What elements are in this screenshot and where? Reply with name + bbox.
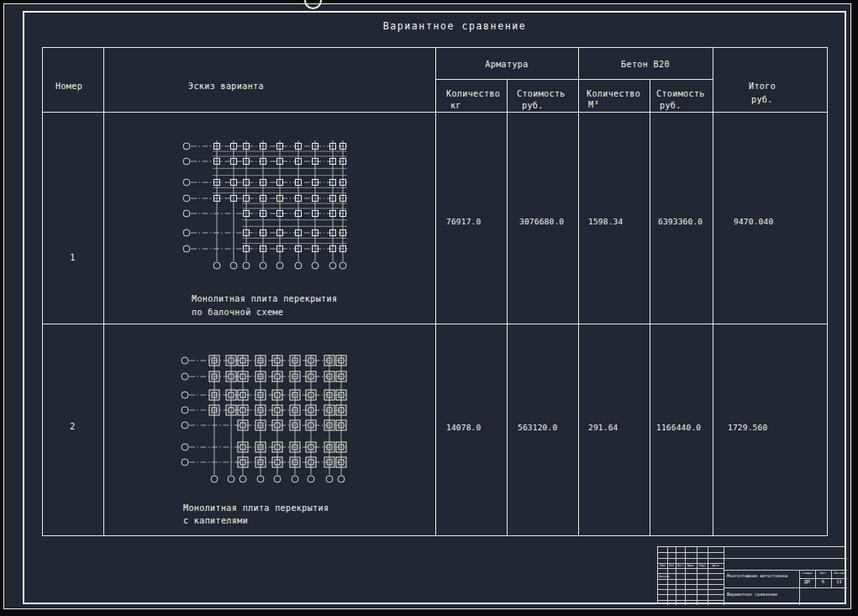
col-header-sketch: Эскиз варианта: [188, 82, 264, 92]
divider-line: [435, 47, 436, 535]
row2-total: 1729.560: [728, 423, 767, 433]
sub-header-qty-kg: Количество: [446, 89, 500, 99]
divider-line: [435, 79, 713, 80]
col-header-total-unit: руб.: [751, 95, 773, 105]
divider-line: [260, 262, 266, 269]
stamp-project-name: Многоэтажная автостоянка: [727, 573, 787, 578]
row1-concrete-cost: 6393360.0: [658, 217, 703, 227]
divider-line: [827, 47, 828, 536]
col-header-number: Номер: [55, 82, 82, 92]
row1-number: 1: [42, 253, 103, 263]
divider-line: [340, 262, 346, 269]
stamp-rev-header-podp: Подп: [697, 564, 708, 567]
divider-line: [338, 476, 345, 482]
divider-line: [329, 262, 336, 269]
sub-header-kg-unit: кг: [450, 101, 461, 111]
divider-line: [724, 547, 724, 605]
divider-line: [183, 229, 190, 236]
divider-line: [42, 47, 827, 48]
stamp-sheet-label: Лист: [815, 571, 831, 575]
row1-concrete-qty: 1598.34: [588, 217, 623, 227]
divider-line: [243, 262, 250, 269]
divider-line: [240, 476, 246, 482]
stamp-sheet-value: 6: [815, 579, 831, 585]
stamp-rev-header-data: Дата: [708, 564, 724, 567]
stamp-stage-value: ДП: [799, 579, 815, 585]
stamp-stage-label: Стадия: [799, 571, 815, 575]
divider-line: [650, 79, 650, 535]
divider-line: [724, 558, 847, 559]
divider-line: [658, 584, 724, 585]
divider-line: [103, 47, 104, 535]
sheet-inner-frame: [23, 11, 846, 604]
sub-header-rub1: руб.: [522, 101, 544, 111]
col-header-total: Итого: [749, 82, 776, 92]
divider-line: [182, 357, 188, 364]
sub-header-cost1: Стоимость: [517, 89, 566, 99]
stamp-performer-label: Выполн.: [659, 575, 676, 578]
divider-line: [183, 210, 190, 217]
sub-header-rub2: руб.: [660, 101, 682, 111]
row2-caption-line1: Монолитная плита перекрытия: [183, 503, 329, 513]
divider-line: [228, 476, 234, 482]
divider-line: [183, 143, 190, 150]
divider-line: [308, 476, 314, 482]
row1-armature-qty: 76917.0: [446, 217, 481, 227]
divider-line: [724, 587, 847, 588]
title-block: Многоэтажная автостоянка Вариантное срав…: [657, 546, 846, 604]
divider-line: [658, 600, 724, 601]
divider-line: [42, 324, 827, 324]
divider-line: [211, 476, 218, 482]
divider-line: [183, 245, 190, 252]
divider-line: [182, 392, 188, 398]
divider-line: [183, 195, 190, 202]
cad-canvas: Вариантное сравнение Номер Эскиз вариант…: [0, 0, 858, 616]
divider-line: [183, 179, 190, 186]
row1-caption-line1: Монолитная плита перекрытия: [192, 294, 337, 304]
divider-line: [697, 547, 697, 605]
divider-line: [507, 79, 508, 535]
stamp-rev-header-list: Лист: [676, 564, 685, 567]
stamp-rev-header-izm: Изм: [658, 564, 667, 567]
divider-line: [685, 547, 686, 605]
divider-line: [658, 589, 724, 590]
group-header-armature: Арматура: [435, 60, 578, 70]
row2-concrete-qty: 291.64: [588, 423, 618, 433]
row2-armature-qty: 14078.0: [446, 423, 481, 433]
divider-line: [292, 476, 298, 482]
divider-line: [274, 476, 281, 482]
divider-line: [276, 262, 283, 269]
row2-armature-cost: 563120.0: [518, 423, 557, 433]
drawing-title: Вариантное сравнение: [336, 20, 573, 32]
divider-line: [799, 570, 800, 605]
sub-header-cost2: Стоимость: [656, 89, 705, 99]
divider-line: [326, 476, 333, 482]
divider-line: [182, 422, 188, 429]
divider-line: [658, 558, 724, 559]
divider-line: [658, 552, 724, 553]
divider-line: [676, 547, 676, 605]
divider-line: [713, 47, 713, 535]
row1-armature-cost: 3076680.0: [519, 217, 564, 227]
divider-line: [658, 594, 724, 595]
divider-line: [658, 573, 724, 574]
divider-line: [183, 158, 190, 165]
sketch-variant-2: [180, 343, 348, 487]
divider-line: [230, 262, 237, 269]
row1-total: 9470.040: [734, 217, 773, 227]
divider-line: [257, 476, 264, 482]
divider-line: [724, 570, 847, 571]
divider-line: [708, 547, 708, 605]
divider-line: [182, 407, 188, 413]
divider-line: [312, 262, 318, 269]
sub-header-qty-m3: Количество: [587, 89, 640, 99]
stamp-rev-header-ndok: №док: [685, 564, 697, 567]
divider-line: [213, 262, 220, 269]
stamp-sheets-label: Листов: [831, 571, 847, 575]
sketch-variant-1: [182, 136, 350, 276]
stamp-sheets-value: 11: [831, 579, 847, 585]
sub-header-m3-unit: М³: [588, 100, 599, 110]
divider-line: [182, 373, 188, 380]
divider-line: [658, 568, 724, 569]
divider-line: [578, 47, 579, 535]
